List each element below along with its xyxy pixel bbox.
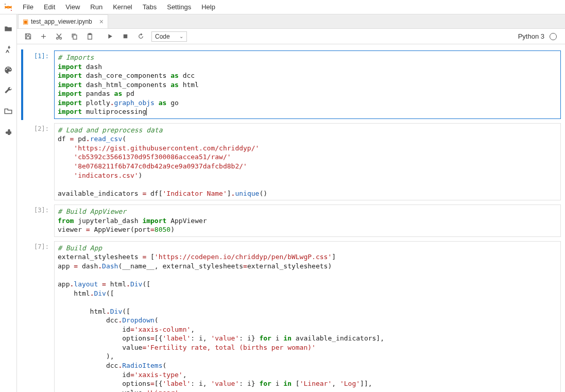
menu-tabs[interactable]: Tabs bbox=[138, 1, 162, 13]
copy-button[interactable] bbox=[68, 30, 80, 43]
extensions-icon[interactable] bbox=[3, 127, 13, 137]
cell-prompt: [2]: bbox=[21, 123, 54, 200]
palette-icon[interactable] bbox=[3, 65, 13, 75]
menu-run[interactable]: Run bbox=[85, 1, 108, 13]
save-button[interactable] bbox=[22, 30, 34, 43]
menu-view[interactable]: View bbox=[60, 1, 85, 13]
cut-button[interactable] bbox=[53, 30, 65, 43]
code-cell[interactable]: [7]:# Build App external_stylesheets = [… bbox=[21, 240, 561, 392]
tab-filename: test_app_viewer.ipynb bbox=[31, 18, 92, 25]
paste-button[interactable] bbox=[83, 30, 96, 43]
menu-edit[interactable]: Edit bbox=[39, 1, 60, 13]
cell-input[interactable]: # Imports import dash import dash_core_c… bbox=[54, 50, 561, 119]
svg-point-1 bbox=[11, 9, 12, 10]
add-cell-button[interactable] bbox=[37, 30, 49, 43]
restart-button[interactable] bbox=[134, 30, 147, 43]
code-cell[interactable]: [3]:# Build AppViewer from jupyterlab_da… bbox=[21, 203, 561, 238]
notebook-tab[interactable]: ▣ test_app_viewer.ipynb × bbox=[18, 14, 108, 28]
cell-input[interactable]: # Build App external_stylesheets = ['htt… bbox=[54, 241, 561, 392]
cell-input[interactable]: # Load and preprocess data df = pd.read_… bbox=[54, 123, 561, 200]
top-menu-bar: FileEditViewRunKernelTabsSettingsHelp bbox=[0, 0, 565, 14]
stop-button[interactable] bbox=[119, 30, 131, 43]
chevron-down-icon: ⌄ bbox=[179, 33, 183, 39]
running-icon[interactable] bbox=[3, 44, 13, 55]
svg-point-0 bbox=[5, 3, 6, 4]
folder-icon[interactable] bbox=[3, 24, 13, 34]
cell-type-select[interactable]: Code ⌄ bbox=[151, 31, 187, 42]
run-button[interactable] bbox=[104, 30, 116, 43]
kernel-name[interactable]: Python 3 bbox=[518, 32, 544, 40]
code-cell[interactable]: [2]:# Load and preprocess data df = pd.r… bbox=[21, 122, 561, 201]
cell-prompt: [7]: bbox=[21, 241, 54, 392]
notebook-toolbar: Code ⌄ Python 3 bbox=[17, 29, 565, 44]
left-sidebar bbox=[0, 14, 17, 392]
kernel-indicator-icon[interactable] bbox=[550, 33, 557, 40]
cell-type-label: Code bbox=[155, 33, 170, 40]
menu-file[interactable]: File bbox=[18, 1, 39, 13]
menu-help[interactable]: Help bbox=[196, 1, 220, 13]
cell-input[interactable]: # Build AppViewer from jupyterlab_dash i… bbox=[54, 204, 561, 237]
menu-kernel[interactable]: Kernel bbox=[108, 1, 138, 13]
notebook-area[interactable]: [1]:# Imports import dash import dash_co… bbox=[17, 44, 565, 392]
wrench-icon[interactable] bbox=[3, 86, 13, 96]
tabs-icon[interactable] bbox=[3, 106, 13, 116]
close-icon[interactable]: × bbox=[99, 18, 104, 25]
jupyter-logo-icon[interactable] bbox=[3, 2, 13, 12]
code-cell[interactable]: [1]:# Imports import dash import dash_co… bbox=[21, 49, 561, 120]
notebook-icon: ▣ bbox=[23, 18, 28, 25]
tab-bar: ▣ test_app_viewer.ipynb × bbox=[17, 14, 565, 29]
svg-rect-4 bbox=[73, 35, 77, 39]
cell-prompt: [1]: bbox=[21, 50, 54, 119]
cell-prompt: [3]: bbox=[21, 204, 54, 237]
svg-rect-7 bbox=[123, 35, 127, 39]
menu-settings[interactable]: Settings bbox=[162, 1, 196, 13]
